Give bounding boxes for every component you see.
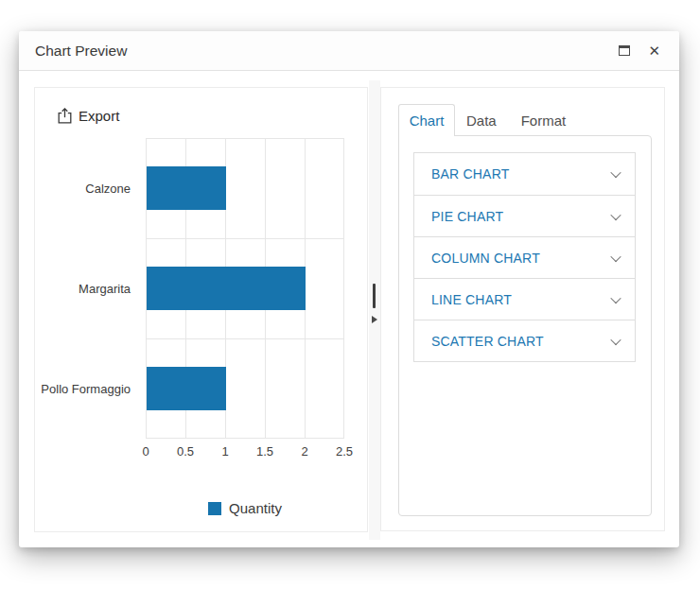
tab-chart[interactable]: Chart: [398, 104, 455, 136]
chart-type-accordion: BAR CHART PIE CHART COLUMN CHART LINE CH…: [413, 152, 636, 362]
close-icon[interactable]: ✕: [648, 43, 660, 58]
legend-label: Quantity: [229, 500, 282, 516]
accordion-item-line-chart[interactable]: LINE CHART: [414, 278, 635, 320]
chart-preview-pane: Export CalzoneMargaritaPollo Formaggio 0…: [34, 87, 368, 532]
tab-format[interactable]: Format: [510, 104, 578, 136]
accordion-item-pie-chart[interactable]: PIE CHART: [414, 195, 635, 236]
x-tick-label: 2.5: [336, 444, 353, 459]
bar-pollo-formaggio: [147, 367, 226, 410]
chart-tab-panel: BAR CHART PIE CHART COLUMN CHART LINE CH…: [398, 135, 652, 516]
accordion-item-column-chart[interactable]: COLUMN CHART: [414, 236, 635, 278]
bar-calzone: [147, 166, 226, 210]
accordion-item-label: SCATTER CHART: [431, 334, 544, 349]
tab-data[interactable]: Data: [455, 104, 508, 136]
window-controls: ✕: [619, 43, 660, 58]
accordion-item-label: PIE CHART: [431, 209, 503, 224]
accordion-item-bar-chart[interactable]: BAR CHART: [414, 153, 635, 195]
export-button-label: Export: [79, 108, 119, 124]
accordion-item-scatter-chart[interactable]: SCATTER CHART: [414, 320, 635, 361]
chevron-down-icon: [610, 251, 621, 261]
category-label: Pollo Formaggio: [35, 338, 131, 439]
legend-marker-quantity: [208, 502, 221, 515]
splitter-grip[interactable]: [373, 284, 376, 308]
export-icon: [58, 108, 72, 124]
chevron-down-icon: [610, 167, 621, 178]
tab-data-label: Data: [466, 113, 497, 129]
chart-category-axis: CalzoneMargaritaPollo Formaggio: [35, 138, 138, 439]
x-tick-label: 0: [142, 444, 149, 459]
chart-x-axis: 00.511.522.5: [146, 444, 344, 459]
chart-legend: Quantity: [146, 500, 344, 516]
accordion-item-label: LINE CHART: [431, 292, 512, 307]
x-tick-label: 2: [301, 444, 307, 459]
export-button[interactable]: Export: [58, 108, 119, 124]
maximize-icon[interactable]: [619, 45, 630, 56]
dialog-titlebar: Chart Preview ✕: [19, 31, 679, 71]
accordion-item-label: BAR CHART: [431, 166, 509, 182]
settings-tabs: Chart Data Format: [398, 104, 577, 136]
chevron-down-icon: [610, 292, 621, 303]
dialog-title: Chart Preview: [35, 43, 127, 60]
x-tick-label: 0.5: [177, 444, 194, 459]
chart-preview-dialog: Chart Preview ✕ Export CalzoneMargaritaP…: [19, 31, 679, 547]
chevron-down-icon: [610, 209, 621, 219]
chart-settings-pane: Chart Data Format BAR CHART PIE CHART: [380, 87, 665, 531]
accordion-item-label: COLUMN CHART: [431, 251, 540, 266]
x-tick-label: 1.5: [256, 444, 273, 459]
chart-plot: [146, 138, 344, 439]
tab-chart-label: Chart: [410, 113, 445, 129]
x-tick-label: 1: [221, 444, 228, 459]
category-label: Calzone: [35, 138, 131, 238]
bar-margarita: [147, 267, 306, 310]
splitter-collapse-arrow-icon[interactable]: [372, 316, 377, 323]
pane-splitter[interactable]: [369, 80, 380, 540]
chevron-down-icon: [610, 334, 621, 344]
tab-format-label: Format: [521, 113, 567, 129]
category-label: Margarita: [35, 238, 131, 338]
